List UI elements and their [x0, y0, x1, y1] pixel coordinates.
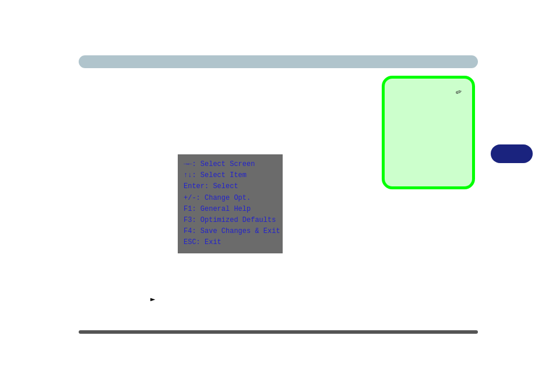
green-card-panel: ✏: [382, 76, 475, 189]
bios-line-7: F4: Save Changes & Exit: [184, 226, 277, 237]
bios-line-5: F1: General Help: [184, 204, 277, 215]
top-bar: [79, 55, 478, 68]
bios-help-menu: →←: Select Screen ↑↓: Select Item Enter:…: [178, 154, 283, 253]
bios-line-1: →←: Select Screen: [184, 159, 277, 170]
bios-line-3: Enter: Select: [184, 181, 277, 192]
dark-blue-pill-button[interactable]: [491, 144, 533, 163]
arrow-right-icon: ►: [150, 294, 155, 303]
bios-line-2: ↑↓: Select Item: [184, 170, 277, 181]
bios-line-6: F3: Optimized Defaults: [184, 215, 277, 226]
bottom-bar: [79, 330, 478, 334]
bios-line-4: +/-: Change Opt.: [184, 193, 277, 204]
pencil-icon: ✏: [453, 84, 463, 97]
bios-line-8: ESC: Exit: [184, 237, 277, 248]
